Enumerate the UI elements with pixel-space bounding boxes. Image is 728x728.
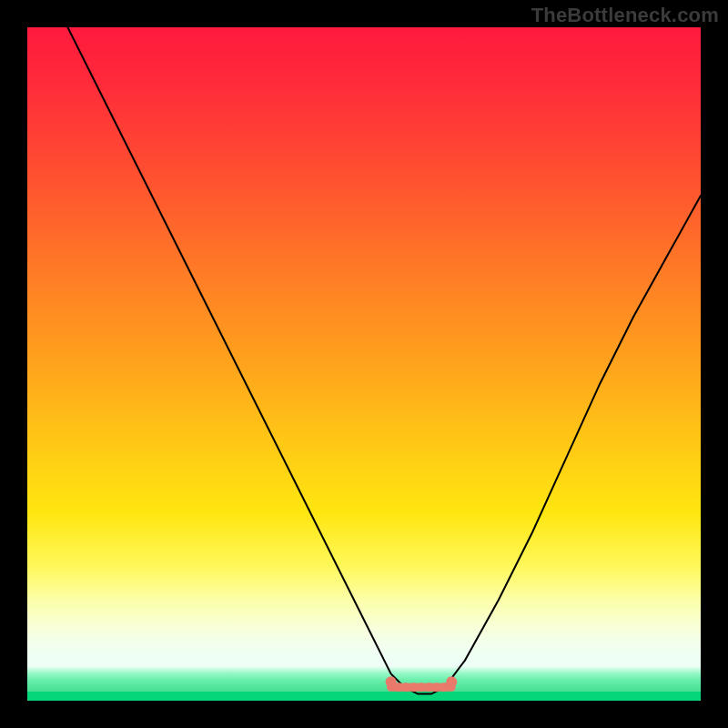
bottleneck-curve-path [67,27,701,694]
watermark-text: TheBottleneck.com [531,4,719,27]
plot-area [27,27,701,701]
chart-frame: TheBottleneck.com [0,0,728,728]
trough-bead [446,676,457,687]
curve-svg [27,27,701,701]
